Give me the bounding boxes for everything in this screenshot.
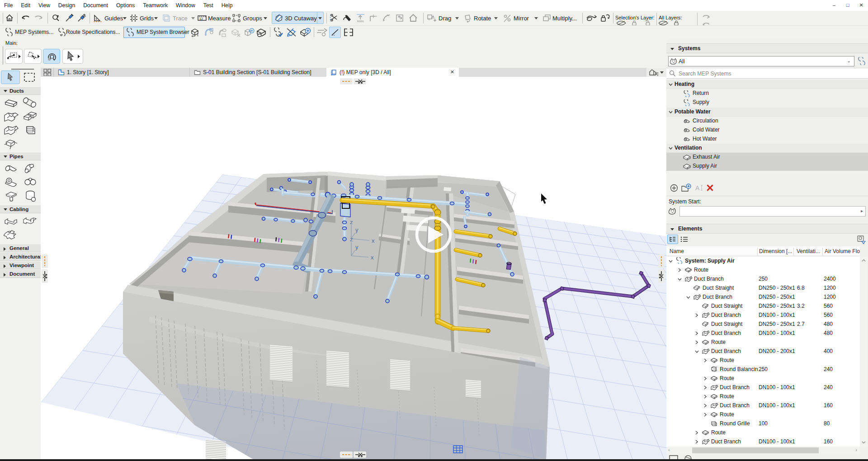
svg-text:y: y	[355, 244, 359, 250]
svg-text:A: A	[695, 184, 700, 192]
svg-text:z: z	[350, 236, 353, 243]
svg-text:1: 1	[197, 33, 199, 37]
svg-text:x: x	[371, 254, 374, 261]
svg-text:z: z	[350, 219, 353, 226]
svg-text:y: y	[355, 226, 359, 233]
svg-text:x: x	[372, 237, 375, 244]
svg-text:12: 12	[199, 17, 203, 20]
